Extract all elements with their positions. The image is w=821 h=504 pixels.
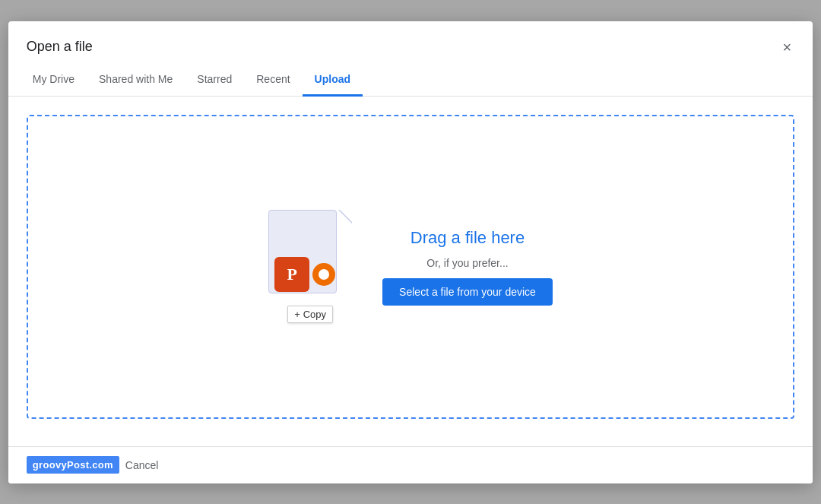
tab-bar: My Drive Shared with Me Starred Recent U… (8, 64, 813, 97)
drag-subtitle: Or, if you prefer... (426, 257, 508, 269)
dragged-file-icon: P + Copy (268, 210, 352, 323)
drop-zone-content: P + Copy Drag a fil (268, 210, 553, 323)
file-icon: P (268, 210, 352, 301)
dialog-overlay: Open a file × My Drive Shared with Me St… (0, 0, 821, 504)
chart-inner (319, 269, 329, 280)
tab-shared-with-me[interactable]: Shared with Me (87, 64, 185, 97)
select-file-button[interactable]: Select a file from your device (382, 278, 553, 306)
drop-text-area: Drag a file here Or, if you prefer... Se… (382, 228, 553, 306)
copy-label: Copy (303, 309, 326, 320)
dialog-footer: groovyPost.com Cancel (8, 446, 813, 483)
tab-recent[interactable]: Recent (244, 64, 302, 97)
copy-plus-icon: + (294, 309, 300, 320)
powerpoint-p-icon: P (274, 257, 309, 292)
close-button[interactable]: × (780, 36, 795, 58)
copy-badge: + Copy (287, 306, 333, 323)
dialog-body: P + Copy Drag a fil (8, 97, 813, 446)
file-corner-fill (340, 210, 352, 222)
tab-upload[interactable]: Upload (303, 64, 363, 97)
tab-my-drive[interactable]: My Drive (21, 64, 87, 97)
dialog-title: Open a file (27, 39, 93, 55)
pptx-icon: P (274, 257, 335, 292)
dialog-header: Open a file × (8, 21, 813, 58)
tab-starred[interactable]: Starred (185, 64, 244, 97)
footer-brand: groovyPost.com (27, 456, 119, 474)
cancel-button[interactable]: Cancel (119, 456, 165, 474)
drop-zone[interactable]: P + Copy Drag a fil (27, 115, 794, 419)
chart-icon (312, 263, 335, 286)
drag-title: Drag a file here (410, 228, 525, 248)
open-file-dialog: Open a file × My Drive Shared with Me St… (8, 21, 813, 483)
